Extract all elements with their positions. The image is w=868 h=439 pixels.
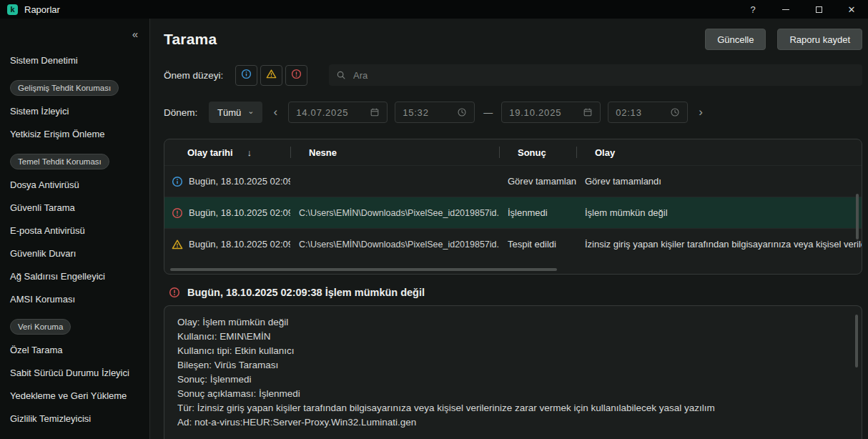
to-date-field[interactable]: 19.10.2025 bbox=[501, 102, 601, 123]
clock-icon bbox=[457, 107, 467, 117]
from-time-field[interactable]: 15:32 bbox=[395, 102, 475, 123]
help-button[interactable]: ? bbox=[736, 0, 769, 19]
detail-title: Bugün, 18.10.2025 02:09:38 İşlem mümkün … bbox=[187, 287, 425, 298]
close-icon: ✕ bbox=[848, 4, 856, 15]
detail-scrollbar[interactable] bbox=[855, 315, 858, 368]
column-olay[interactable]: Olay bbox=[576, 139, 862, 165]
error-icon bbox=[291, 69, 302, 82]
table-row[interactable]: Bugün, 18.10.2025 02:09:38 C:\Users\EMİN… bbox=[164, 228, 862, 260]
table-row[interactable]: Bugün, 18.10.2025 02:09:38 Görev tamamla… bbox=[164, 165, 862, 197]
sidebar-section-badge: Gelişmiş Tehdit Koruması bbox=[10, 80, 119, 96]
event-name: Görev tamamlandı bbox=[576, 176, 862, 187]
from-date-value: 14.07.2025 bbox=[296, 107, 348, 118]
horizontal-scrollbar-thumb[interactable] bbox=[170, 268, 557, 271]
severity-label: Önem düzeyi: bbox=[164, 70, 235, 81]
search-box[interactable] bbox=[329, 64, 862, 86]
sidebar-section-badge: Veri Koruma bbox=[10, 319, 71, 335]
error-icon bbox=[169, 287, 180, 298]
maximize-icon bbox=[816, 6, 822, 13]
maximize-button[interactable] bbox=[802, 0, 835, 19]
sidebar-item[interactable]: Güvenli Tarama bbox=[0, 196, 149, 219]
previous-period-button[interactable]: ‹ bbox=[270, 105, 281, 119]
window-title: Raporlar bbox=[24, 4, 60, 15]
event-result: Tespit edildi bbox=[499, 239, 576, 250]
detail-line: Ad: not-a-virus:HEUR:Server-Proxy.Win32.… bbox=[177, 415, 849, 430]
detail-line: Sonuç açıklaması: İşlenmedi bbox=[177, 387, 849, 401]
minimize-icon bbox=[782, 9, 789, 10]
detail-panel: Olay: İşlem mümkün değilKullanıcı: EMIN\… bbox=[164, 305, 862, 439]
period-select-value: Tümü bbox=[217, 107, 241, 118]
sidebar-collapse-button[interactable]: « bbox=[132, 28, 138, 40]
clock-icon bbox=[670, 107, 680, 117]
event-date: Bugün, 18.10.2025 02:09:38 bbox=[189, 207, 290, 218]
to-time-field[interactable]: 02:13 bbox=[608, 102, 688, 123]
table-scrollbar[interactable] bbox=[856, 194, 859, 240]
from-date-field[interactable]: 14.07.2025 bbox=[288, 102, 388, 123]
table-body: Bugün, 18.10.2025 02:09:38 Görev tamamla… bbox=[164, 165, 862, 260]
close-button[interactable]: ✕ bbox=[835, 0, 868, 19]
event-object: C:\Users\EMİN\Downloads\PixelSee_id20198… bbox=[290, 240, 499, 250]
detail-line: Sonuç: İşlenmedi bbox=[177, 373, 849, 387]
horizontal-scrollbar[interactable] bbox=[170, 268, 849, 271]
main-content: Tarama Güncelle Raporu kaydet Önem düzey… bbox=[150, 19, 868, 439]
update-button[interactable]: Güncelle bbox=[705, 29, 766, 50]
table-header: Olay tarihi ↓ Nesne Sonuç Olay bbox=[164, 139, 862, 165]
sidebar-item[interactable]: AMSI Koruması bbox=[0, 287, 149, 310]
warning-icon bbox=[266, 69, 277, 82]
search-icon bbox=[336, 70, 346, 80]
sidebar-section-badge: Temel Tehdit Koruması bbox=[10, 154, 109, 169]
table-row[interactable]: Bugün, 18.10.2025 02:09:38 C:\Users\EMİN… bbox=[164, 197, 862, 228]
events-table: Olay tarihi ↓ Nesne Sonuç Olay Bugün, 18… bbox=[164, 139, 862, 275]
sidebar-item[interactable]: Gizlilik Temizleyicisi bbox=[0, 407, 149, 430]
next-period-button[interactable]: › bbox=[695, 105, 706, 119]
event-name: İşlem mümkün değil bbox=[576, 207, 862, 218]
sidebar-item[interactable]: Yetkisiz Erişim Önleme bbox=[0, 122, 149, 145]
column-olay-tarihi[interactable]: Olay tarihi ↓ bbox=[164, 139, 290, 165]
sidebar-item[interactable]: Güvenlik Duvarı bbox=[0, 242, 149, 265]
detail-line: Tür: İzinsiz giriş yapan kişiler tarafın… bbox=[177, 401, 849, 415]
info-icon bbox=[172, 176, 183, 187]
calendar-icon bbox=[370, 107, 380, 117]
sidebar-item[interactable]: Yedekleme ve Geri Yükleme bbox=[0, 384, 149, 407]
sidebar-list: Sistem DenetimiGelişmiş Tehdit KorumasıS… bbox=[0, 49, 149, 430]
detail-line: Bileşen: Virüs Taraması bbox=[177, 358, 849, 373]
period-select[interactable]: Tümü ⌄ bbox=[209, 102, 262, 123]
info-icon bbox=[241, 69, 252, 82]
detail-line: Kullanıcı tipi: Etkin kullanıcı bbox=[177, 344, 849, 358]
event-date: Bugün, 18.10.2025 02:09:38 bbox=[189, 239, 290, 250]
page-title: Tarama bbox=[164, 31, 217, 48]
event-object: C:\Users\EMİN\Downloads\PixelSee_id20198… bbox=[290, 208, 499, 218]
to-time-value: 02:13 bbox=[616, 107, 642, 118]
sidebar-item[interactable]: Özel Tarama bbox=[0, 338, 149, 361]
sidebar-item[interactable]: Sistem Denetimi bbox=[0, 49, 149, 71]
event-result: Görev tamamlandı bbox=[499, 176, 576, 187]
severity-info-button[interactable] bbox=[235, 65, 257, 86]
sidebar-item[interactable]: Sistem İzleyici bbox=[0, 99, 149, 122]
to-date-value: 19.10.2025 bbox=[509, 107, 561, 118]
table-scrollbar-thumb[interactable] bbox=[856, 194, 859, 240]
kaspersky-logo-icon: k bbox=[7, 4, 18, 15]
reports-window: k Raporlar ? ✕ « Sistem DenetimiGelişmiş… bbox=[0, 0, 868, 439]
error-icon bbox=[172, 207, 183, 219]
titlebar: k Raporlar ? ✕ bbox=[0, 0, 868, 19]
sidebar-item[interactable]: Sabit Sürücü Durumu İzleyici bbox=[0, 361, 149, 384]
minimize-button[interactable] bbox=[769, 0, 802, 19]
from-time-value: 15:32 bbox=[403, 107, 429, 118]
column-sonuc[interactable]: Sonuç bbox=[499, 139, 576, 165]
event-result: İşlenmedi bbox=[499, 207, 576, 218]
sidebar-item[interactable]: E-posta Antivirüsü bbox=[0, 219, 149, 242]
date-range-dash: — bbox=[482, 107, 494, 118]
column-nesne[interactable]: Nesne bbox=[290, 139, 499, 165]
sort-desc-icon: ↓ bbox=[247, 147, 252, 158]
search-input[interactable] bbox=[352, 69, 855, 82]
sidebar-item[interactable]: Ağ Saldırısı Engelleyici bbox=[0, 265, 149, 287]
severity-warning-button[interactable] bbox=[260, 65, 282, 86]
event-date: Bugün, 18.10.2025 02:09:38 bbox=[189, 176, 290, 187]
severity-error-button[interactable] bbox=[285, 65, 307, 86]
detail-line: Olay: İşlem mümkün değil bbox=[177, 315, 849, 330]
event-name: İzinsiz giriş yapan kişiler tarafından b… bbox=[576, 239, 862, 250]
save-report-button[interactable]: Raporu kaydet bbox=[777, 29, 862, 50]
detail-scrollbar-thumb[interactable] bbox=[855, 315, 858, 368]
calendar-icon bbox=[583, 107, 593, 117]
sidebar-item[interactable]: Dosya Antivirüsü bbox=[0, 173, 149, 196]
